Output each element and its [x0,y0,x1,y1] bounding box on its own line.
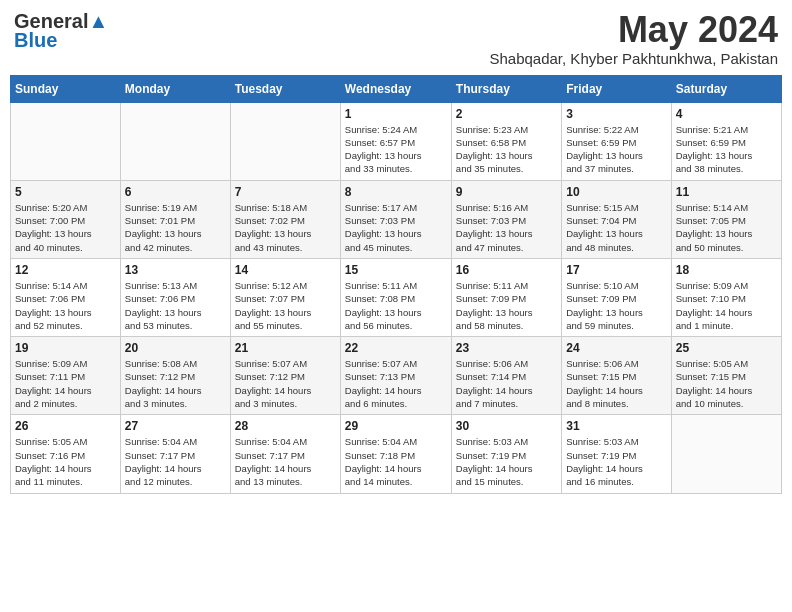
calendar-cell: 14Sunrise: 5:12 AM Sunset: 7:07 PM Dayli… [230,258,340,336]
day-number: 31 [566,419,666,433]
calendar-cell: 13Sunrise: 5:13 AM Sunset: 7:06 PM Dayli… [120,258,230,336]
day-info: Sunrise: 5:09 AM Sunset: 7:10 PM Dayligh… [676,279,777,332]
calendar-cell: 16Sunrise: 5:11 AM Sunset: 7:09 PM Dayli… [451,258,561,336]
week-row-1: 1Sunrise: 5:24 AM Sunset: 6:57 PM Daylig… [11,102,782,180]
logo-blue: Blue [14,29,57,52]
day-number: 23 [456,341,557,355]
calendar-cell: 8Sunrise: 5:17 AM Sunset: 7:03 PM Daylig… [340,180,451,258]
day-info: Sunrise: 5:16 AM Sunset: 7:03 PM Dayligh… [456,201,557,254]
calendar-cell: 31Sunrise: 5:03 AM Sunset: 7:19 PM Dayli… [562,415,671,493]
calendar-cell [120,102,230,180]
calendar-cell: 23Sunrise: 5:06 AM Sunset: 7:14 PM Dayli… [451,337,561,415]
day-number: 9 [456,185,557,199]
calendar-cell: 3Sunrise: 5:22 AM Sunset: 6:59 PM Daylig… [562,102,671,180]
calendar-cell: 18Sunrise: 5:09 AM Sunset: 7:10 PM Dayli… [671,258,781,336]
calendar-cell: 30Sunrise: 5:03 AM Sunset: 7:19 PM Dayli… [451,415,561,493]
calendar-cell: 28Sunrise: 5:04 AM Sunset: 7:17 PM Dayli… [230,415,340,493]
day-info: Sunrise: 5:18 AM Sunset: 7:02 PM Dayligh… [235,201,336,254]
weekday-header-thursday: Thursday [451,75,561,102]
day-number: 8 [345,185,447,199]
weekday-header-monday: Monday [120,75,230,102]
day-info: Sunrise: 5:11 AM Sunset: 7:09 PM Dayligh… [456,279,557,332]
day-number: 16 [456,263,557,277]
day-number: 11 [676,185,777,199]
calendar-cell: 22Sunrise: 5:07 AM Sunset: 7:13 PM Dayli… [340,337,451,415]
day-info: Sunrise: 5:14 AM Sunset: 7:06 PM Dayligh… [15,279,116,332]
day-number: 28 [235,419,336,433]
day-info: Sunrise: 5:14 AM Sunset: 7:05 PM Dayligh… [676,201,777,254]
day-number: 24 [566,341,666,355]
calendar-cell: 20Sunrise: 5:08 AM Sunset: 7:12 PM Dayli… [120,337,230,415]
day-info: Sunrise: 5:03 AM Sunset: 7:19 PM Dayligh… [456,435,557,488]
day-number: 6 [125,185,226,199]
day-info: Sunrise: 5:03 AM Sunset: 7:19 PM Dayligh… [566,435,666,488]
day-number: 21 [235,341,336,355]
day-number: 4 [676,107,777,121]
month-title: May 2024 [489,10,778,50]
weekday-header-sunday: Sunday [11,75,121,102]
calendar-cell: 11Sunrise: 5:14 AM Sunset: 7:05 PM Dayli… [671,180,781,258]
day-number: 17 [566,263,666,277]
calendar-cell: 19Sunrise: 5:09 AM Sunset: 7:11 PM Dayli… [11,337,121,415]
weekday-header-wednesday: Wednesday [340,75,451,102]
weekday-header-saturday: Saturday [671,75,781,102]
calendar-cell: 9Sunrise: 5:16 AM Sunset: 7:03 PM Daylig… [451,180,561,258]
day-info: Sunrise: 5:23 AM Sunset: 6:58 PM Dayligh… [456,123,557,176]
day-number: 3 [566,107,666,121]
day-number: 2 [456,107,557,121]
day-info: Sunrise: 5:04 AM Sunset: 7:18 PM Dayligh… [345,435,447,488]
day-number: 18 [676,263,777,277]
weekday-header-friday: Friday [562,75,671,102]
day-number: 29 [345,419,447,433]
page-header: General▲ Blue May 2024 Shabqadar, Khyber… [10,10,782,67]
day-info: Sunrise: 5:06 AM Sunset: 7:15 PM Dayligh… [566,357,666,410]
day-number: 7 [235,185,336,199]
day-number: 12 [15,263,116,277]
day-number: 27 [125,419,226,433]
day-number: 26 [15,419,116,433]
calendar-cell: 7Sunrise: 5:18 AM Sunset: 7:02 PM Daylig… [230,180,340,258]
calendar-cell: 4Sunrise: 5:21 AM Sunset: 6:59 PM Daylig… [671,102,781,180]
day-number: 5 [15,185,116,199]
day-info: Sunrise: 5:13 AM Sunset: 7:06 PM Dayligh… [125,279,226,332]
day-info: Sunrise: 5:21 AM Sunset: 6:59 PM Dayligh… [676,123,777,176]
location-title: Shabqadar, Khyber Pakhtunkhwa, Pakistan [489,50,778,67]
calendar-cell [230,102,340,180]
day-number: 25 [676,341,777,355]
day-info: Sunrise: 5:19 AM Sunset: 7:01 PM Dayligh… [125,201,226,254]
day-info: Sunrise: 5:08 AM Sunset: 7:12 PM Dayligh… [125,357,226,410]
calendar-cell [671,415,781,493]
day-info: Sunrise: 5:04 AM Sunset: 7:17 PM Dayligh… [125,435,226,488]
day-info: Sunrise: 5:12 AM Sunset: 7:07 PM Dayligh… [235,279,336,332]
day-info: Sunrise: 5:07 AM Sunset: 7:12 PM Dayligh… [235,357,336,410]
calendar-table: SundayMondayTuesdayWednesdayThursdayFrid… [10,75,782,494]
day-info: Sunrise: 5:10 AM Sunset: 7:09 PM Dayligh… [566,279,666,332]
day-info: Sunrise: 5:07 AM Sunset: 7:13 PM Dayligh… [345,357,447,410]
calendar-cell: 10Sunrise: 5:15 AM Sunset: 7:04 PM Dayli… [562,180,671,258]
day-number: 13 [125,263,226,277]
calendar-cell: 15Sunrise: 5:11 AM Sunset: 7:08 PM Dayli… [340,258,451,336]
calendar-cell: 25Sunrise: 5:05 AM Sunset: 7:15 PM Dayli… [671,337,781,415]
day-number: 19 [15,341,116,355]
calendar-cell: 26Sunrise: 5:05 AM Sunset: 7:16 PM Dayli… [11,415,121,493]
day-info: Sunrise: 5:20 AM Sunset: 7:00 PM Dayligh… [15,201,116,254]
day-number: 22 [345,341,447,355]
day-number: 30 [456,419,557,433]
day-info: Sunrise: 5:09 AM Sunset: 7:11 PM Dayligh… [15,357,116,410]
week-row-5: 26Sunrise: 5:05 AM Sunset: 7:16 PM Dayli… [11,415,782,493]
title-area: May 2024 Shabqadar, Khyber Pakhtunkhwa, … [489,10,778,67]
day-number: 1 [345,107,447,121]
day-info: Sunrise: 5:15 AM Sunset: 7:04 PM Dayligh… [566,201,666,254]
calendar-cell [11,102,121,180]
day-info: Sunrise: 5:06 AM Sunset: 7:14 PM Dayligh… [456,357,557,410]
calendar-cell: 5Sunrise: 5:20 AM Sunset: 7:00 PM Daylig… [11,180,121,258]
day-number: 10 [566,185,666,199]
day-info: Sunrise: 5:24 AM Sunset: 6:57 PM Dayligh… [345,123,447,176]
day-info: Sunrise: 5:05 AM Sunset: 7:15 PM Dayligh… [676,357,777,410]
day-info: Sunrise: 5:17 AM Sunset: 7:03 PM Dayligh… [345,201,447,254]
weekday-header-row: SundayMondayTuesdayWednesdayThursdayFrid… [11,75,782,102]
day-info: Sunrise: 5:11 AM Sunset: 7:08 PM Dayligh… [345,279,447,332]
week-row-2: 5Sunrise: 5:20 AM Sunset: 7:00 PM Daylig… [11,180,782,258]
day-info: Sunrise: 5:04 AM Sunset: 7:17 PM Dayligh… [235,435,336,488]
calendar-cell: 6Sunrise: 5:19 AM Sunset: 7:01 PM Daylig… [120,180,230,258]
